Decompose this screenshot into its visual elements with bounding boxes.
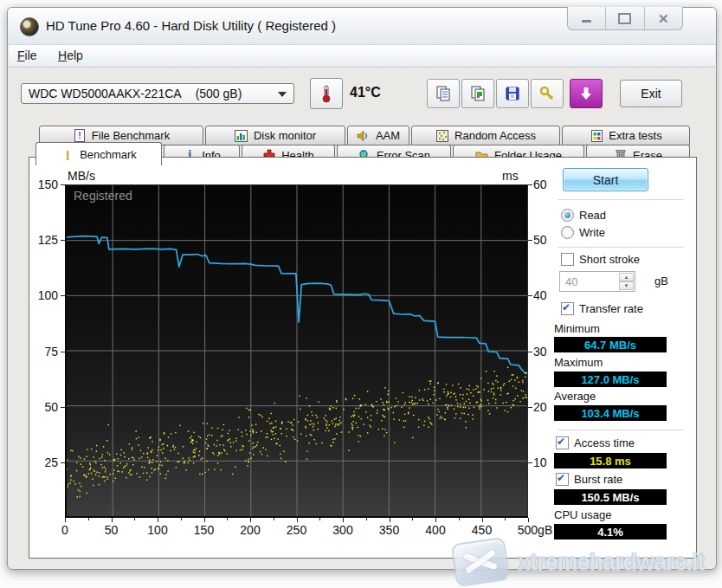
axis-tick-mark bbox=[61, 184, 65, 185]
transfer-rate-label: Transfer rate bbox=[579, 302, 643, 315]
tab-label: Disk monitor bbox=[254, 129, 316, 142]
axis-tick-mark bbox=[158, 518, 158, 522]
download-arrow-icon bbox=[578, 86, 594, 101]
maximum-label: Maximum bbox=[554, 356, 603, 369]
tab-benchmark[interactable]: ! Benchmark bbox=[35, 142, 162, 165]
burst-rate-checkbox[interactable] bbox=[556, 473, 569, 486]
axis-tick-mark bbox=[390, 518, 390, 522]
options-button[interactable] bbox=[531, 79, 564, 108]
spin-down-button[interactable]: ▼ bbox=[619, 281, 634, 290]
access-time-value: 15.8 ms bbox=[590, 455, 631, 468]
menu-help[interactable]: Help bbox=[49, 45, 92, 66]
short-stroke-row[interactable]: Short stroke bbox=[561, 253, 640, 266]
cpu-usage-label: CPU usage bbox=[554, 508, 611, 521]
axis-tick-mark bbox=[274, 518, 274, 520]
drive-model: WDC WD5000AAKX-221CA bbox=[29, 87, 182, 100]
axis-tick-mark bbox=[181, 518, 182, 520]
site-watermark: xtremehardware.it bbox=[454, 540, 705, 584]
tab-label: File Benchmark bbox=[92, 129, 170, 142]
axis-tick-mark bbox=[528, 407, 532, 408]
write-radio[interactable] bbox=[561, 226, 574, 239]
random-access-icon bbox=[435, 129, 449, 143]
registered-watermark: Registered bbox=[74, 189, 132, 203]
save-button[interactable] bbox=[496, 79, 529, 108]
benchmark-icon: ! bbox=[61, 147, 74, 161]
transfer-rate-row[interactable]: Transfer rate bbox=[561, 302, 643, 315]
axis-tick-mark bbox=[459, 518, 460, 520]
tab-random-access[interactable]: Random Access bbox=[411, 126, 560, 145]
read-radio[interactable] bbox=[561, 209, 574, 222]
burst-rate-value: 150.5 MB/s bbox=[581, 491, 639, 504]
menu-bar: File Help bbox=[9, 45, 715, 68]
exit-button[interactable]: Exit bbox=[620, 80, 682, 107]
axis-tick-label: 250 bbox=[271, 523, 323, 537]
cpu-usage-value: 4.1% bbox=[597, 526, 623, 539]
temperature-value: 41°C bbox=[350, 85, 381, 100]
minimum-value-box: 64.7 MB/s bbox=[554, 337, 667, 352]
write-radio-row[interactable]: Write bbox=[561, 226, 605, 239]
drive-capacity: (500 gB) bbox=[196, 87, 242, 100]
temperature-button[interactable] bbox=[310, 78, 343, 109]
short-stroke-size-input[interactable]: 40 ▲ ▼ bbox=[559, 271, 635, 292]
short-stroke-size-value: 40 bbox=[565, 275, 577, 288]
average-label: Average bbox=[554, 390, 596, 403]
maximum-value-box: 127.0 MB/s bbox=[554, 372, 667, 387]
drive-select[interactable]: WDC WD5000AAKX-221CA (500 gB) bbox=[21, 83, 294, 104]
axis-tick-label: 200 bbox=[224, 523, 276, 537]
axis-tick-mark bbox=[134, 518, 135, 520]
tab-disk-monitor[interactable]: Disk monitor bbox=[205, 126, 345, 145]
axis-tick-label: 150 bbox=[178, 523, 230, 537]
access-time-row[interactable]: Access time bbox=[556, 436, 635, 449]
minimum-label: Minimum bbox=[554, 322, 600, 335]
short-stroke-checkbox[interactable] bbox=[561, 253, 574, 266]
close-icon: ✕ bbox=[658, 12, 669, 25]
tab-label: Extra tests bbox=[609, 129, 661, 142]
axis-tick-label: 40 bbox=[533, 288, 547, 302]
benchmark-chart: Registered bbox=[65, 184, 528, 518]
minimum-value: 64.7 MB/s bbox=[584, 339, 636, 352]
average-value: 103.4 MB/s bbox=[581, 407, 639, 420]
menu-file[interactable]: File bbox=[9, 45, 46, 66]
axis-tick-mark bbox=[88, 518, 89, 520]
burst-rate-value-box: 150.5 MB/s bbox=[554, 489, 667, 505]
title-bar[interactable]: HD Tune Pro 4.60 - Hard Disk Utility ( R… bbox=[8, 8, 716, 45]
window-title: HD Tune Pro 4.60 - Hard Disk Utility ( R… bbox=[46, 18, 336, 33]
gb-unit-label: gB bbox=[654, 275, 668, 288]
axis-tick-label: 25 bbox=[6, 456, 58, 469]
read-radio-row[interactable]: Read bbox=[561, 209, 606, 222]
minimize-button[interactable] bbox=[568, 7, 606, 29]
tab-extra-tests[interactable]: Extra tests bbox=[562, 126, 690, 145]
axis-tick-mark bbox=[505, 518, 506, 520]
write-label: Write bbox=[579, 226, 605, 239]
transfer-rate-checkbox[interactable] bbox=[561, 302, 574, 315]
axis-tick-label: 350 bbox=[364, 523, 416, 537]
axis-tick-label: 150 bbox=[6, 178, 58, 191]
save-icon bbox=[504, 85, 521, 102]
axis-tick-mark bbox=[227, 518, 228, 520]
xtremehardware-logo-icon bbox=[451, 537, 510, 587]
burst-rate-label: Burst rate bbox=[574, 473, 622, 486]
close-button[interactable]: ✕ bbox=[645, 7, 682, 29]
burst-rate-row[interactable]: Burst rate bbox=[556, 473, 622, 486]
average-value-box: 103.4 MB/s bbox=[554, 405, 667, 421]
maximize-button[interactable] bbox=[606, 7, 644, 29]
site-watermark-text: xtremehardware.it bbox=[518, 549, 705, 576]
axis-tick-mark bbox=[528, 462, 532, 463]
axis-tick-label: 100 bbox=[6, 288, 58, 302]
speaker-icon bbox=[357, 129, 371, 143]
download-button[interactable] bbox=[570, 79, 603, 108]
toolbar: WDC WD5000AAKX-221CA (500 gB) 41°C bbox=[9, 68, 715, 116]
tab-aam[interactable]: AAM bbox=[347, 126, 409, 145]
axis-tick-mark bbox=[435, 518, 436, 522]
copy-text-button[interactable] bbox=[427, 79, 460, 108]
window-controls: ✕ bbox=[567, 7, 683, 30]
start-button[interactable]: Start bbox=[563, 168, 648, 191]
axis-tick-label: 400 bbox=[409, 523, 461, 537]
screen: HD Tune Pro 4.60 - Hard Disk Utility ( R… bbox=[0, 0, 722, 588]
axis-tick-mark bbox=[528, 295, 532, 296]
spin-up-button[interactable]: ▲ bbox=[619, 273, 634, 281]
axis-tick-label: 450 bbox=[456, 523, 508, 537]
tab-label: Benchmark bbox=[80, 148, 137, 161]
copy-image-button[interactable] bbox=[461, 79, 494, 108]
access-time-checkbox[interactable] bbox=[556, 436, 569, 449]
